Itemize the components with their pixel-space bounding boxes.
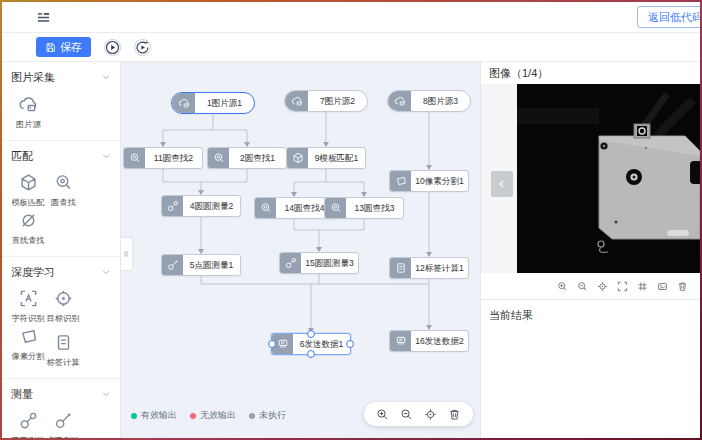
tool-pixel-segment[interactable]: 像素分割 — [11, 327, 45, 369]
flow-node-point-circle-measure-1[interactable]: 5点圆测量1 — [161, 254, 241, 276]
circle-find-icon — [124, 148, 145, 168]
circle-circle-measure-icon — [19, 411, 38, 430]
flow-node-label-calc-1[interactable]: 12标签计算1 — [389, 257, 469, 279]
save-icon — [45, 42, 56, 53]
tool-image-source[interactable]: 图片源 — [11, 94, 45, 131]
zoom-out-icon[interactable] — [400, 408, 413, 421]
circle-circle-measure-icon — [162, 196, 183, 216]
chevron-down-icon — [101, 389, 111, 399]
preview-panel: 图像（1/4） — [480, 62, 700, 438]
valid-output-dot — [131, 413, 137, 419]
chevron-down-icon — [101, 151, 111, 161]
send-data-icon — [390, 331, 411, 351]
trash-icon[interactable] — [677, 281, 688, 292]
vision-workflow-app: 返回低代码 保存 图片采集 图片源 — [2, 2, 700, 438]
section-header[interactable]: 测量 — [11, 386, 111, 402]
cloud-image-icon — [285, 91, 308, 111]
section-match: 匹配 模板匹配 圆查找 直线查找 — [2, 141, 120, 257]
node-handle[interactable] — [307, 350, 315, 358]
pixel-segment-icon — [19, 327, 38, 346]
circle-find-icon — [54, 173, 73, 192]
tool-char-recognition[interactable]: 字符识别 — [11, 289, 45, 325]
grid-icon[interactable] — [637, 281, 648, 292]
fullscreen-icon[interactable] — [617, 281, 628, 292]
tool-circle-circle-measure[interactable]: 圆圆测量 — [11, 411, 45, 438]
toolbar: 保存 — [2, 33, 700, 62]
prev-image-button[interactable] — [491, 171, 513, 197]
flow-node-send-data-1[interactable]: 6发送数据1 — [271, 333, 351, 355]
image-counter: 图像（1/4） — [481, 62, 700, 84]
tool-target-recognition[interactable]: 目标识别 — [46, 289, 80, 325]
sidebar-collapse-handle[interactable] — [121, 237, 133, 271]
label-calc-icon — [54, 333, 73, 352]
point-circle-measure-icon — [54, 411, 73, 430]
tool-line-find[interactable]: 直线查找 — [11, 211, 45, 247]
flow-node-pixel-segment-1[interactable]: 10像素分割1 — [389, 170, 469, 192]
flow-node-image-source-3[interactable]: 8图片源3 — [387, 90, 471, 112]
flow-node-circle-find-3[interactable]: 13圆查找3 — [324, 197, 404, 219]
locate-icon[interactable] — [597, 281, 608, 292]
char-recognition-icon — [19, 289, 38, 308]
trash-icon[interactable] — [448, 408, 461, 421]
cube-icon — [287, 148, 308, 168]
titlebar: 返回低代码 — [2, 2, 700, 33]
tool-template-match[interactable]: 模板匹配 — [11, 173, 45, 209]
tool-sidebar: 图片采集 图片源 匹配 模板匹配 — [2, 62, 121, 438]
menu-icon[interactable] — [36, 10, 51, 25]
cloud-image-icon — [388, 91, 411, 111]
cube-icon — [19, 173, 38, 192]
locate-icon[interactable] — [424, 408, 437, 421]
label-calc-icon — [390, 258, 411, 278]
node-handle[interactable] — [346, 340, 354, 348]
flow-node-circle-find-2[interactable]: 11圆查找2 — [123, 147, 203, 169]
section-header[interactable]: 图片采集 — [11, 69, 111, 85]
flow-node-circle-circle-measure-3[interactable]: 15圆圆测量3 — [279, 252, 359, 274]
inspection-image[interactable] — [517, 84, 700, 273]
flow-node-circle-find-1[interactable]: 2圆查找1 — [207, 147, 287, 169]
flow-node-send-data-2[interactable]: 16发送数据2 — [389, 330, 469, 352]
chevron-down-icon — [101, 267, 111, 277]
flow-node-template-match-1[interactable]: 9模板匹配1 — [286, 147, 366, 169]
section-header[interactable]: 深度学习 — [11, 264, 111, 280]
app-frame: 返回低代码 保存 图片采集 图片源 — [0, 0, 702, 440]
tool-label-calc[interactable]: 标签计算 — [46, 333, 80, 369]
flow-node-circle-find-4[interactable]: 14圆查找4 — [254, 197, 334, 219]
circle-find-icon — [255, 198, 276, 218]
results-title: 当前结果 — [481, 300, 700, 331]
flow-node-circle-circle-measure-2[interactable]: 4圆圆测量2 — [161, 195, 241, 217]
not-run-dot — [249, 413, 255, 419]
invalid-output-dot — [190, 413, 196, 419]
flow-node-image-source-1[interactable]: 1图片源1 — [171, 92, 255, 114]
cloud-image-icon — [18, 94, 38, 114]
node-handle[interactable] — [307, 330, 315, 338]
circle-find-icon — [208, 148, 229, 168]
zoom-out-icon[interactable] — [577, 281, 588, 292]
flow-canvas[interactable]: 1图片源1 7图片源2 8图片源3 11圆查找2 2圆查找1 9模板匹配1 — [121, 62, 480, 438]
circle-circle-measure-icon — [280, 253, 301, 273]
status-legend: 有效输出 无效输出 未执行 — [131, 409, 286, 422]
point-circle-measure-icon — [162, 255, 183, 275]
section-measure: 测量 圆圆测量 点圆测量 点点测量 — [2, 379, 120, 438]
canvas-zoom-toolbar — [364, 402, 473, 426]
current-results-panel: 当前结果 — [481, 299, 700, 438]
node-handle[interactable] — [268, 340, 276, 348]
zoom-in-icon[interactable] — [557, 281, 568, 292]
tool-point-circle-measure[interactable]: 点圆测量 — [46, 411, 80, 438]
section-deep-learning: 深度学习 字符识别 目标识别 像素分割 — [2, 257, 120, 379]
cloud-image-icon — [172, 93, 195, 113]
flow-edges — [121, 62, 480, 438]
section-header[interactable]: 匹配 — [11, 148, 111, 164]
run-once-button[interactable] — [104, 39, 121, 56]
flow-node-image-source-2[interactable]: 7图片源2 — [284, 90, 368, 112]
image-viewer — [481, 84, 700, 273]
chevron-down-icon — [101, 72, 111, 82]
chevron-left-icon — [497, 178, 507, 190]
main-area: 图片采集 图片源 匹配 模板匹配 — [2, 62, 700, 438]
image-card-icon[interactable] — [657, 281, 668, 292]
save-button[interactable]: 保存 — [36, 37, 91, 57]
back-to-lowcode-button[interactable]: 返回低代码 — [637, 6, 700, 28]
run-continuous-button[interactable] — [134, 39, 151, 56]
tool-circle-find[interactable]: 圆查找 — [46, 173, 80, 209]
zoom-in-icon[interactable] — [376, 408, 389, 421]
target-recognition-icon — [54, 289, 73, 308]
